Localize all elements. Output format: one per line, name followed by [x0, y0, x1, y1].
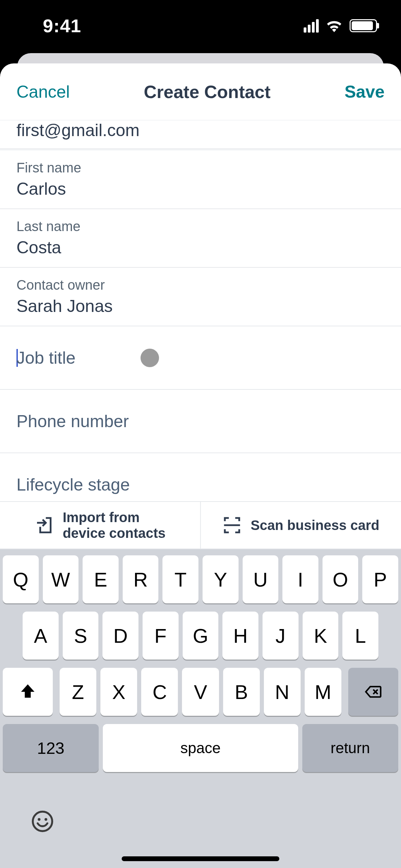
wifi-icon: [326, 19, 343, 32]
return-key[interactable]: return: [302, 724, 398, 772]
key-n[interactable]: N: [264, 668, 301, 716]
key-g[interactable]: G: [183, 612, 219, 660]
key-o[interactable]: O: [323, 555, 359, 603]
last-name-value: Costa: [16, 238, 385, 257]
scan-card-button[interactable]: Scan business card: [200, 502, 401, 548]
key-j[interactable]: J: [263, 612, 299, 660]
email-value: first@gmail.com: [16, 120, 385, 140]
contact-form: first@gmail.com First name Carlos Last n…: [0, 120, 401, 501]
key-b[interactable]: B: [223, 668, 260, 716]
scan-card-label: Scan business card: [251, 517, 379, 533]
key-i[interactable]: I: [282, 555, 318, 603]
key-x[interactable]: X: [100, 668, 137, 716]
shift-icon: [19, 683, 37, 701]
backspace-key[interactable]: [348, 668, 398, 716]
key-w[interactable]: W: [43, 555, 79, 603]
first-name-value: Carlos: [16, 179, 385, 199]
key-q[interactable]: Q: [3, 555, 39, 603]
battery-icon: [350, 19, 377, 32]
scan-icon: [222, 516, 242, 535]
contact-owner-value: Sarah Jonas: [16, 296, 385, 316]
key-v[interactable]: V: [182, 668, 219, 716]
nav-bar: Cancel Create Contact Save: [0, 63, 401, 120]
key-r[interactable]: R: [123, 555, 159, 603]
key-a[interactable]: A: [23, 612, 59, 660]
import-icon: [35, 516, 54, 535]
cancel-button[interactable]: Cancel: [16, 82, 70, 102]
key-u[interactable]: U: [243, 555, 279, 603]
import-contacts-label: Import from device contacts: [63, 509, 166, 541]
phone-number-field[interactable]: Phone number: [0, 390, 401, 453]
key-d[interactable]: D: [102, 612, 138, 660]
job-title-placeholder: Job title: [16, 348, 75, 368]
svg-point-0: [33, 812, 52, 831]
last-name-field[interactable]: Last name Costa: [0, 209, 401, 268]
first-name-label: First name: [16, 160, 385, 176]
key-h[interactable]: H: [222, 612, 258, 660]
last-name-label: Last name: [16, 219, 385, 234]
lifecycle-stage-placeholder: Lifecycle stage: [16, 475, 130, 495]
key-e[interactable]: E: [83, 555, 119, 603]
key-z[interactable]: Z: [60, 668, 96, 716]
key-c[interactable]: C: [141, 668, 178, 716]
status-icons: [304, 19, 377, 33]
key-p[interactable]: P: [362, 555, 398, 603]
lifecycle-stage-field[interactable]: Lifecycle stage: [0, 453, 401, 501]
modal-sheet: Cancel Create Contact Save first@gmail.c…: [0, 63, 401, 868]
backspace-icon: [364, 683, 382, 701]
email-field[interactable]: first@gmail.com: [0, 120, 401, 149]
numbers-key[interactable]: 123: [3, 724, 99, 772]
key-k[interactable]: K: [303, 612, 339, 660]
page-title: Create Contact: [144, 82, 270, 102]
import-contacts-button[interactable]: Import from device contacts: [0, 502, 200, 548]
touch-indicator-icon: [141, 349, 159, 367]
action-bar: Import from device contacts Scan busines…: [0, 501, 401, 549]
svg-point-2: [45, 818, 47, 821]
status-bar: 9:41: [0, 0, 401, 51]
key-f[interactable]: F: [143, 612, 179, 660]
space-key[interactable]: space: [103, 724, 298, 772]
status-time: 9:41: [43, 15, 81, 36]
phone-number-placeholder: Phone number: [16, 411, 129, 431]
job-title-field[interactable]: Job title: [0, 326, 401, 390]
shift-key[interactable]: [3, 668, 53, 716]
save-button[interactable]: Save: [344, 82, 385, 102]
emoji-icon: [31, 810, 54, 833]
home-indicator[interactable]: [122, 856, 279, 861]
first-name-field[interactable]: First name Carlos: [0, 150, 401, 209]
contact-owner-label: Contact owner: [16, 277, 385, 293]
key-m[interactable]: M: [305, 668, 341, 716]
key-s[interactable]: S: [63, 612, 99, 660]
key-t[interactable]: T: [162, 555, 198, 603]
cellular-icon: [304, 19, 319, 33]
keyboard: QWERTYUIOP ASDFGHJKL ZXCVBNM 123 space r…: [0, 549, 401, 868]
emoji-key[interactable]: [31, 810, 54, 838]
contact-owner-field[interactable]: Contact owner Sarah Jonas: [0, 268, 401, 326]
key-l[interactable]: L: [342, 612, 378, 660]
svg-point-1: [38, 818, 40, 821]
key-y[interactable]: Y: [203, 555, 239, 603]
